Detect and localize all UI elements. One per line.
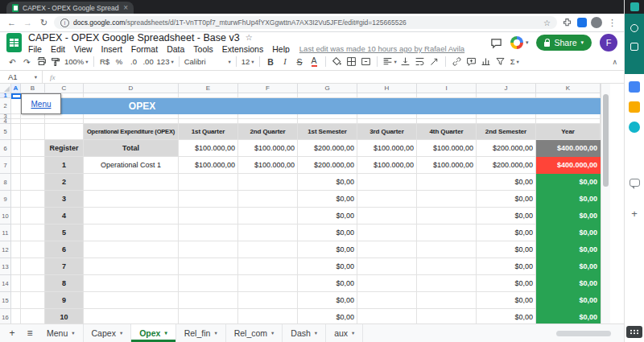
cell-B11[interactable] — [21, 225, 45, 241]
formula-input[interactable] — [56, 71, 625, 83]
cell-A8[interactable] — [11, 174, 21, 191]
feedback-chat-icon[interactable] — [630, 179, 640, 187]
cell-F9[interactable] — [238, 191, 298, 208]
cell-G13[interactable]: $0,00 — [298, 258, 357, 275]
spreadsheet-grid[interactable]: Menu ABCDEFGHIJK12OPEX345Operational Exp… — [0, 84, 601, 323]
menu-cell-button[interactable]: Menu — [21, 93, 61, 114]
cell-C11[interactable]: 5 — [45, 225, 84, 241]
cell-F10[interactable] — [238, 208, 298, 225]
col-header-I[interactable]: I — [417, 84, 477, 93]
cell-I13[interactable] — [417, 258, 477, 275]
horizontal-align-icon[interactable]: ▾ — [382, 56, 397, 68]
menu-help[interactable]: Help — [272, 44, 290, 54]
cell-G7[interactable]: $200.000,00 — [298, 157, 357, 174]
cell-B12[interactable] — [21, 241, 45, 258]
cell-J13[interactable]: $0,00 — [477, 258, 536, 275]
browser-tab[interactable]: CAPEX - OPEX Google Spreadsh × — [6, 2, 134, 14]
cell-A7[interactable] — [11, 157, 21, 174]
row-header-15[interactable]: 15 — [0, 292, 11, 309]
cell-I11[interactable] — [417, 225, 477, 241]
cell-I10[interactable] — [417, 208, 477, 225]
borders-icon[interactable] — [345, 56, 357, 68]
insert-link-icon[interactable] — [451, 56, 463, 68]
sheet-tab-menu-icon[interactable]: ▾ — [271, 330, 274, 336]
cell-K14[interactable]: $0,00 — [536, 275, 601, 292]
col-header-E[interactable]: E — [179, 84, 238, 93]
vertical-align-icon[interactable] — [399, 56, 411, 68]
row-header-12[interactable]: 12 — [0, 241, 11, 258]
back-icon[interactable]: ← — [6, 18, 18, 27]
sheet-tab-rel_fin[interactable]: Rel_fin▾ — [176, 324, 226, 342]
name-box-dropdown-icon[interactable]: ▾ — [35, 74, 37, 80]
cell-E6[interactable]: $100.000,00 — [179, 140, 238, 157]
cell-I8[interactable] — [417, 174, 477, 191]
cell-F5[interactable]: 2nd Quarter — [238, 124, 298, 140]
col-header-D[interactable]: D — [84, 84, 179, 93]
cell-F16[interactable] — [238, 309, 298, 323]
cell-A12[interactable] — [11, 241, 21, 258]
redo-icon[interactable]: ↷ — [21, 56, 33, 68]
cell-G16[interactable]: $0,00 — [298, 309, 357, 323]
calendar-icon[interactable] — [629, 81, 640, 93]
cell-G10[interactable]: $0,00 — [298, 208, 357, 225]
cell-H14[interactable] — [357, 275, 417, 292]
menu-format[interactable]: Format — [131, 44, 158, 54]
cell-D15[interactable] — [84, 292, 179, 309]
cell-F14[interactable] — [238, 275, 298, 292]
cell-K16[interactable]: $0,00 — [536, 309, 601, 323]
cell-D2[interactable]: OPEX — [84, 98, 179, 114]
cell-H12[interactable] — [357, 241, 417, 258]
cell-D14[interactable] — [84, 275, 179, 292]
italic-button[interactable]: I — [279, 56, 291, 68]
menu-extensions[interactable]: Extensions — [222, 44, 263, 54]
cell-B7[interactable] — [21, 157, 45, 174]
sheet-tab-capex[interactable]: Capex▾ — [84, 324, 132, 342]
cell-B14[interactable] — [21, 275, 45, 292]
star-doc-icon[interactable]: ☆ — [246, 33, 253, 42]
cell-H11[interactable] — [357, 225, 417, 241]
cell-D5[interactable]: Operational Expenditure (OPEX) — [84, 124, 179, 140]
cell-C14[interactable]: 8 — [45, 275, 84, 292]
cell-A2[interactable] — [11, 98, 21, 114]
cell-J8[interactable]: $0,00 — [477, 174, 536, 191]
cell-K8[interactable]: $0,00 — [536, 174, 601, 191]
browser-menu-icon[interactable]: ⋮ — [606, 18, 618, 28]
font-select[interactable]: Calibri▾ — [184, 56, 231, 68]
col-header-G[interactable]: G — [298, 84, 357, 93]
side-panel-chat-icon[interactable] — [630, 24, 638, 32]
cell-D16[interactable] — [84, 309, 179, 323]
cell-K10[interactable]: $0,00 — [536, 208, 601, 225]
filter-icon[interactable] — [494, 56, 506, 68]
cell-I16[interactable] — [417, 309, 477, 323]
cell-H16[interactable] — [357, 309, 417, 323]
cell-H2[interactable] — [357, 98, 417, 114]
cell-K9[interactable]: $0,00 — [536, 191, 601, 208]
cell-I5[interactable]: 4th Quarter — [417, 124, 477, 140]
cell-A6[interactable] — [11, 140, 21, 157]
menu-file[interactable]: File — [28, 44, 42, 54]
doc-title[interactable]: CAPEX - OPEX Google Spreadsheet - Base v… — [28, 32, 240, 43]
url-bar[interactable]: i docs.google.com/spreadsheets/d/1T-VnTT… — [54, 16, 557, 29]
browser-profile-icon[interactable] — [591, 17, 602, 28]
row-header-14[interactable]: 14 — [0, 275, 11, 292]
cell-C16[interactable]: 10 — [45, 309, 84, 323]
cell-J14[interactable]: $0,00 — [477, 275, 536, 292]
sheet-tab-dash[interactable]: Dash▾ — [283, 324, 326, 342]
last-edit-link[interactable]: Last edit was made 10 hours ago by Rafae… — [299, 44, 464, 53]
cell-E16[interactable] — [179, 309, 238, 323]
vertical-scrollbar-thumb[interactable] — [603, 94, 609, 187]
insert-chart-icon[interactable] — [480, 56, 492, 68]
zoom-select[interactable]: 100%▾ — [64, 56, 89, 68]
bookmark-star-icon[interactable]: ☆ — [543, 19, 551, 27]
name-box[interactable]: A1 ▾ — [0, 71, 42, 83]
forward-icon[interactable]: → — [22, 18, 34, 27]
cell-A16[interactable] — [11, 309, 21, 323]
row-header-5[interactable]: 5 — [0, 124, 11, 140]
cell-K11[interactable]: $0,00 — [536, 225, 601, 241]
cell-D12[interactable] — [84, 241, 179, 258]
cell-I14[interactable] — [417, 275, 477, 292]
collapse-toolbar-icon[interactable]: ∧ — [612, 58, 617, 66]
cell-J7[interactable]: $200.000,00 — [477, 157, 536, 174]
col-header-H[interactable]: H — [357, 84, 417, 93]
font-size-select[interactable]: 12▾ — [242, 56, 254, 68]
